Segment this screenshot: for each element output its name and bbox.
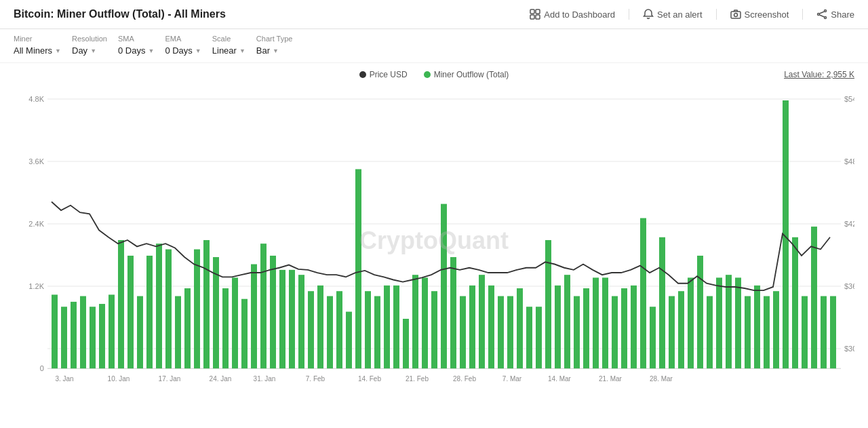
ema-select[interactable]: 0 Days ▼ (165, 44, 201, 57)
svg-rect-67 (431, 291, 437, 368)
screenshot-btn[interactable]: Screenshot (730, 9, 789, 20)
svg-rect-34 (118, 240, 124, 368)
sma-label: SMA (118, 35, 154, 43)
svg-rect-41 (184, 288, 191, 368)
camera-icon (730, 9, 741, 20)
svg-rect-74 (498, 296, 504, 369)
chart-type-value: Bar (256, 45, 270, 56)
svg-rect-0 (530, 9, 534, 14)
svg-rect-72 (479, 275, 485, 368)
svg-rect-98 (726, 275, 732, 368)
svg-rect-46 (232, 277, 238, 368)
scale-label: Scale (212, 35, 245, 43)
svg-rect-58 (346, 312, 352, 369)
svg-rect-97 (716, 277, 722, 368)
svg-text:10. Jan: 10. Jan (108, 375, 130, 383)
legend-outflow-label: Miner Outflow (Total) (434, 70, 509, 79)
svg-rect-4 (731, 12, 741, 18)
sma-select[interactable]: 0 Days ▼ (118, 44, 154, 57)
last-value[interactable]: Last Value: 2,955 K (784, 70, 854, 79)
svg-text:28. Feb: 28. Feb (453, 375, 476, 383)
miner-arrow: ▼ (55, 47, 61, 54)
svg-rect-85 (602, 277, 608, 368)
dashboard-icon (530, 9, 540, 20)
chart-svg: 4.8K 3.6K 2.4K 1.2K 0 $54K $48K $42K $36… (14, 85, 854, 397)
page-title: Bitcoin: Miner Outflow (Total) - All Min… (14, 8, 226, 20)
svg-rect-90 (650, 307, 656, 368)
svg-text:$48K: $48K (844, 157, 854, 166)
svg-rect-87 (621, 288, 627, 368)
svg-text:7. Feb: 7. Feb (306, 375, 326, 383)
svg-rect-93 (678, 291, 684, 368)
header-actions: Add to Dashboard Set an alert Screenshot… (530, 9, 854, 20)
svg-rect-35 (127, 256, 134, 368)
scale-select[interactable]: Linear ▼ (212, 44, 245, 57)
scale-value: Linear (212, 45, 237, 56)
svg-rect-69 (450, 257, 456, 368)
sma-arrow: ▼ (148, 47, 154, 54)
svg-text:7. Mar: 7. Mar (502, 375, 522, 383)
share-icon (816, 9, 827, 20)
svg-rect-59 (355, 169, 361, 368)
miner-value: All Miners (14, 45, 52, 56)
svg-rect-94 (688, 277, 694, 368)
svg-rect-38 (156, 244, 162, 368)
resolution-select[interactable]: Day ▼ (72, 44, 107, 57)
svg-rect-96 (707, 296, 713, 369)
svg-rect-102 (764, 296, 770, 369)
bell-icon (643, 9, 654, 20)
svg-point-8 (825, 17, 827, 19)
svg-rect-3 (536, 15, 540, 19)
chart-type-arrow: ▼ (273, 47, 279, 54)
svg-rect-42 (194, 250, 200, 369)
svg-text:3.6K: 3.6K (28, 157, 44, 166)
ema-control: EMA 0 Days ▼ (165, 35, 201, 57)
svg-text:0: 0 (40, 364, 44, 372)
svg-rect-106 (802, 296, 808, 369)
svg-rect-103 (773, 291, 779, 368)
svg-text:$30K: $30K (844, 345, 854, 353)
legend-price: Price USD (359, 70, 408, 79)
svg-text:$54K: $54K (844, 95, 854, 103)
controls-bar: Miner All Miners ▼ Resolution Day ▼ SMA … (0, 29, 868, 63)
chart-type-select[interactable]: Bar ▼ (256, 44, 293, 57)
share-btn[interactable]: Share (816, 9, 854, 20)
resolution-arrow: ▼ (90, 47, 96, 54)
chart-container: CryptoQuant 4.8K 3.6K 2.4K 1.2K 0 $54K $… (14, 85, 854, 397)
svg-rect-101 (754, 286, 760, 368)
svg-rect-95 (697, 256, 703, 368)
svg-line-10 (820, 15, 825, 17)
svg-rect-53 (298, 275, 304, 368)
svg-rect-99 (735, 277, 741, 368)
svg-rect-83 (583, 288, 589, 368)
svg-rect-71 (469, 286, 475, 368)
miner-select[interactable]: All Miners ▼ (14, 44, 61, 57)
add-to-dashboard-btn[interactable]: Add to Dashboard (530, 9, 615, 20)
miner-label: Miner (14, 35, 61, 43)
sma-value: 0 Days (118, 45, 145, 56)
svg-text:1.2K: 1.2K (28, 282, 44, 290)
svg-rect-52 (289, 270, 295, 368)
add-to-dashboard-label: Add to Dashboard (544, 9, 615, 20)
svg-rect-81 (564, 275, 570, 368)
svg-rect-78 (536, 307, 542, 368)
svg-point-7 (818, 14, 820, 16)
svg-rect-40 (175, 296, 181, 369)
divider2 (716, 9, 717, 20)
svg-rect-51 (279, 270, 285, 368)
svg-rect-36 (137, 296, 143, 369)
svg-rect-57 (336, 291, 342, 368)
svg-rect-63 (393, 286, 399, 368)
svg-rect-39 (165, 250, 172, 369)
svg-rect-43 (203, 240, 210, 368)
svg-text:4.8K: 4.8K (28, 95, 44, 103)
svg-rect-30 (80, 296, 86, 369)
svg-text:$42K: $42K (844, 220, 854, 228)
set-alert-btn[interactable]: Set an alert (643, 9, 703, 20)
svg-rect-27 (52, 294, 58, 368)
outflow-dot (424, 71, 431, 78)
svg-line-9 (820, 12, 825, 14)
header: Bitcoin: Miner Outflow (Total) - All Min… (0, 0, 868, 29)
svg-rect-76 (517, 288, 523, 368)
svg-rect-32 (99, 304, 105, 368)
